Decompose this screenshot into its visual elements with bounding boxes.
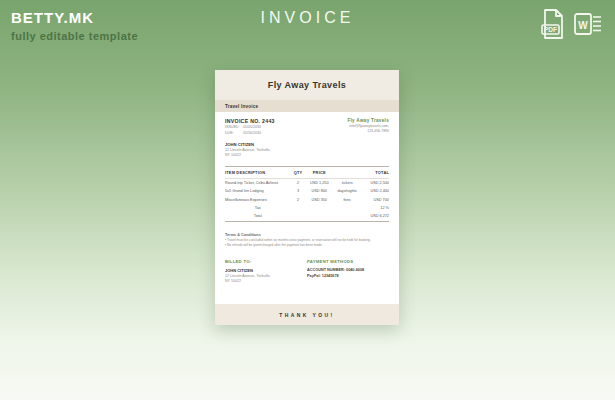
word-download-icon[interactable]: W bbox=[573, 8, 603, 40]
item-qty: 2 bbox=[291, 198, 306, 202]
billed-to-heading: BILLED TO: bbox=[225, 259, 307, 264]
billed-to-name: JOHN CITIZEN bbox=[225, 268, 307, 273]
header-item-description: ITEM DESCRIPTION bbox=[225, 170, 291, 175]
item-description: Round-trip Ticket, Cebu Airlines bbox=[225, 181, 291, 185]
total-row: Total USD 6,272 bbox=[225, 212, 389, 221]
tax-label: Tax bbox=[225, 206, 291, 210]
table-row: Round-trip Ticket, Cebu Airlines 2 USD 1… bbox=[225, 179, 389, 187]
header-total: TOTAL bbox=[361, 170, 389, 175]
customer-name: JOHN CITIZEN bbox=[225, 142, 389, 147]
item-total: USD 2,400 bbox=[361, 189, 389, 193]
customer-address1: 12 Lincoln Avenue, Yorkville, bbox=[225, 148, 389, 152]
billed-to-address2: NY 10022 bbox=[225, 279, 307, 283]
payment-paypal: PayPal: 12345678 bbox=[307, 274, 389, 278]
invoice-type-label: Travel Invoice bbox=[225, 104, 258, 109]
item-unit: tickets bbox=[333, 181, 361, 185]
company-phone: 123-456-7890 bbox=[347, 129, 389, 133]
item-price: USD 800 bbox=[305, 189, 333, 193]
item-description: Miscellaneous Expenses bbox=[225, 198, 291, 202]
item-qty: 3 bbox=[291, 189, 306, 193]
payment-account-number: ACCOUNT NUMBER: 0040-6008 bbox=[307, 268, 389, 272]
terms-item: • Travel must be concluded within six mo… bbox=[225, 238, 389, 242]
table-row: 5x5 Grand Inn Lodging 3 USD 800 days/nig… bbox=[225, 187, 389, 195]
due-date: 05/30/2030 bbox=[243, 131, 261, 135]
total-value: USD 6,272 bbox=[361, 214, 389, 218]
item-price: USD 1,250 bbox=[305, 181, 333, 185]
pdf-download-icon[interactable]: PDF bbox=[540, 8, 566, 40]
payment-methods-block: PAYMENT METHODS ACCOUNT NUMBER: 0040-600… bbox=[307, 259, 389, 283]
tax-value: 12 % bbox=[361, 206, 389, 210]
terms-item: • No refunds will be given/charged after… bbox=[225, 243, 389, 247]
total-label: Total bbox=[225, 214, 291, 218]
terms-heading: Terms & Conditions bbox=[225, 233, 389, 237]
item-unit: fees bbox=[333, 198, 361, 202]
invoice-meta-block: INVOICE NO. 2443 ISSUED: 05/05/2030 DUE:… bbox=[225, 118, 275, 135]
brand-tagline: fully editable template bbox=[11, 30, 138, 42]
item-unit: days/nights bbox=[333, 189, 361, 193]
company-email: info@flyawaytravels.com, bbox=[347, 124, 389, 128]
issued-label: ISSUED: bbox=[225, 125, 238, 129]
svg-text:PDF: PDF bbox=[544, 26, 557, 33]
page-title: INVOICE bbox=[0, 9, 615, 27]
payment-methods-heading: PAYMENT METHODS bbox=[307, 259, 389, 264]
download-icons: PDF W bbox=[540, 8, 603, 40]
header-qty: QTY bbox=[291, 170, 306, 175]
invoice-header: Fly Away Travels bbox=[215, 70, 399, 100]
invoice-type-strip: Travel Invoice bbox=[215, 100, 399, 112]
svg-text:W: W bbox=[578, 20, 588, 31]
invoice-number: INVOICE NO. 2443 bbox=[225, 118, 275, 124]
header-price: PRICE bbox=[305, 170, 333, 175]
invoice-body: INVOICE NO. 2443 ISSUED: 05/05/2030 DUE:… bbox=[215, 112, 399, 283]
invoice-company-title: Fly Away Travels bbox=[268, 80, 346, 90]
billed-to-address1: 12 Lincoln Avenue, Yorkville, bbox=[225, 274, 307, 278]
invoice-footer: THANK YOU! bbox=[215, 304, 399, 325]
company-contact-block: Fly Away Travels info@flyawaytravels.com… bbox=[347, 118, 389, 135]
table-row: Miscellaneous Expenses 2 USD 350 fees US… bbox=[225, 196, 389, 204]
customer-address2: NY 10022 bbox=[225, 153, 389, 157]
issued-date: 05/05/2030 bbox=[243, 125, 261, 129]
item-description: 5x5 Grand Inn Lodging bbox=[225, 189, 291, 193]
invoice-document-preview[interactable]: Fly Away Travels Travel Invoice INVOICE … bbox=[215, 70, 399, 325]
table-header-row: ITEM DESCRIPTION QTY PRICE TOTAL bbox=[225, 166, 389, 179]
terms-section: Terms & Conditions • Travel must be conc… bbox=[225, 233, 389, 248]
item-qty: 2 bbox=[291, 181, 306, 185]
billed-to-block: BILLED TO: JOHN CITIZEN 12 Lincoln Avenu… bbox=[225, 259, 307, 283]
company-name: Fly Away Travels bbox=[347, 118, 389, 123]
item-price: USD 350 bbox=[305, 198, 333, 202]
due-label: DUE: bbox=[225, 131, 238, 135]
line-items-table: ITEM DESCRIPTION QTY PRICE TOTAL Round-t… bbox=[225, 166, 389, 222]
item-total: USD 700 bbox=[361, 198, 389, 202]
billing-payment-section: BILLED TO: JOHN CITIZEN 12 Lincoln Avenu… bbox=[225, 259, 389, 283]
customer-block: JOHN CITIZEN 12 Lincoln Avenue, Yorkvill… bbox=[225, 142, 389, 157]
tax-row: Tax 12 % bbox=[225, 204, 389, 212]
item-total: USD 2,500 bbox=[361, 181, 389, 185]
thank-you-text: THANK YOU! bbox=[279, 312, 334, 318]
